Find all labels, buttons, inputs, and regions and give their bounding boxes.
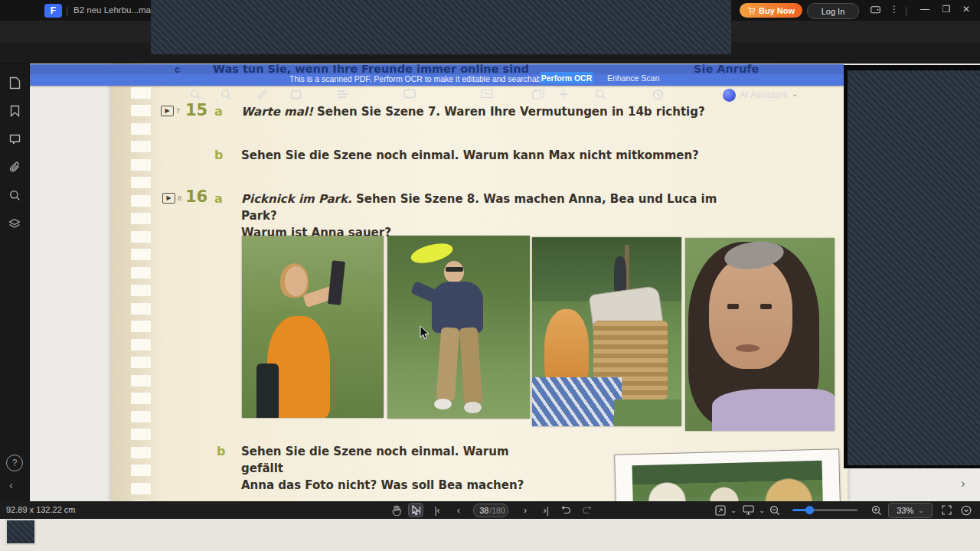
cart-icon (747, 7, 756, 15)
photo-picnic-basket (532, 237, 681, 426)
doc-heading-label: c (175, 64, 180, 75)
zoom-slider[interactable] (792, 509, 858, 511)
highlight-tool-icon[interactable] (290, 89, 302, 100)
bookmarks-icon[interactable] (8, 104, 21, 118)
first-page-button[interactable]: |‹ (430, 504, 444, 517)
photo-woman-taking-picture (242, 236, 384, 418)
collapse-sidebar-chevron-icon[interactable]: ‹ (9, 478, 13, 491)
exercise-15a-letter: a (214, 104, 223, 119)
status-bar: 92.89 x 132.22 cm |‹ ‹ /180 › ›| ⌄ ⌄ (0, 501, 980, 519)
add-page-icon[interactable] (558, 89, 569, 99)
exercise-15a-text: Warte mal! Sehen Sie Szene 7. Waren Ihre… (241, 103, 716, 120)
page-number-box[interactable]: /180 (473, 504, 508, 517)
chevron-down-icon: ⌄ (918, 507, 924, 514)
layers-icon[interactable] (8, 217, 21, 230)
rotate-right-icon[interactable] (580, 504, 593, 517)
exercise-16b-line1: Sehen Sie die Szene noch einmal. Warum g… (241, 445, 509, 475)
doc-heading-fragment-right: Sie Anrufe (694, 63, 759, 75)
rotate-left-icon[interactable] (559, 504, 573, 517)
app-logo-icon: F (44, 4, 62, 18)
enhance-scan-label: Enhance Scan (607, 73, 659, 83)
organize-pages-icon[interactable] (532, 89, 544, 99)
page-number-input[interactable] (476, 506, 488, 515)
zoom-level-dropdown[interactable]: 33% ⌄ (888, 503, 933, 518)
buy-now-button[interactable]: Buy Now (740, 3, 802, 18)
feedback-icon[interactable] (868, 3, 882, 17)
zoom-tool-icon[interactable] (190, 89, 201, 100)
help-glyph: ? (12, 458, 18, 468)
log-in-button[interactable]: Log In (807, 3, 859, 19)
fit-page-icon[interactable] (714, 504, 727, 517)
ai-assistant-icon[interactable] (723, 89, 736, 102)
page-dimensions: 92.89 x 132.22 cm (6, 505, 76, 514)
edit-text-tool-icon[interactable] (337, 89, 349, 99)
exercise-15a-body: Sehen Sie Szene 7. Waren Ihre Vermutunge… (313, 105, 705, 119)
video-badge-15: ▶ 7 (161, 106, 180, 116)
video-play-icon: ▶ (162, 193, 175, 204)
comment-tool-icon[interactable] (403, 89, 416, 99)
perform-ocr-label: Perform OCR (541, 73, 593, 83)
exercise-16b-line2: Anna das Foto nicht? Was soll Bea machen… (241, 478, 524, 492)
spiral-binding-holes (131, 69, 151, 501)
chevron-down-icon[interactable]: ⌄ (792, 90, 798, 98)
close-button[interactable]: ✕ (959, 4, 974, 15)
photo-man-throwing-frisbee (387, 236, 530, 419)
zoom-out-icon[interactable] (768, 504, 782, 517)
exercise-16a-text: Picknick im Park. Sehen Sie Szene 8. Was… (241, 191, 731, 241)
enhance-scan-button[interactable]: Enhance Scan (607, 73, 659, 83)
page-total: /180 (489, 506, 505, 515)
chevron-down-icon[interactable]: ⌄ (727, 504, 740, 517)
exercise-15-number: 15 (185, 101, 207, 119)
restore-button[interactable]: ❐ (939, 4, 954, 15)
video-badge-number: 7 (176, 107, 180, 115)
pdf-page: ▶ 7 15 a Warte mal! Sehen Sie Szene 7. W… (111, 63, 848, 501)
previous-page-button[interactable]: ‹ (452, 504, 466, 517)
minimize-button[interactable]: — (917, 4, 933, 15)
attachments-icon[interactable] (8, 160, 21, 174)
next-page-button[interactable]: › (518, 504, 532, 517)
ocr-notification-bar: c Was tun Sie, wenn Ihre Freunde immer o… (29, 64, 844, 86)
zoom-slider-handle[interactable] (805, 506, 814, 514)
navigation-sidebar: ? ‹ (0, 63, 30, 501)
desktop-background-strip (0, 519, 980, 551)
pen-tool-icon[interactable] (258, 89, 269, 100)
exercise-16a-letter: a (214, 191, 223, 206)
collapse-statusbar-icon[interactable] (959, 504, 973, 517)
expand-right-panel-chevron-icon[interactable]: › (961, 476, 965, 491)
mouse-cursor (420, 325, 430, 341)
zoom-in-icon[interactable] (870, 504, 884, 517)
framed-photo-image (632, 461, 822, 501)
exercise-15b-text: Sehen Sie die Szene noch einmal. Warum k… (241, 147, 716, 164)
ai-assistant-button[interactable]: AI Assistant (740, 90, 788, 100)
video-badge-number: 8 (178, 194, 181, 202)
search-tool-icon[interactable] (595, 89, 606, 100)
chevron-down-icon[interactable]: ⌄ (755, 504, 769, 517)
video-play-icon: ▶ (161, 106, 174, 116)
exercise-16b-letter: b (217, 444, 225, 458)
app-window: F | B2 neu Lehrbu...marked (1).pdf Buy N… (0, 0, 980, 551)
select-tool-icon[interactable] (409, 504, 423, 517)
search-icon[interactable] (8, 188, 21, 202)
exercise-15b-letter: b (214, 148, 223, 162)
buy-now-label: Buy Now (759, 6, 795, 15)
last-page-button[interactable]: ›| (539, 504, 553, 517)
hand-tool-icon[interactable] (390, 504, 403, 517)
more-options-kebab-icon[interactable]: ⋮ (887, 4, 902, 15)
exercise-16-number: 16 (185, 187, 207, 206)
exercise-15a-lead: Warte mal! (241, 105, 313, 119)
fullscreen-icon[interactable] (939, 504, 953, 517)
perform-ocr-button[interactable]: Perform OCR (540, 72, 593, 83)
redacted-region-bottom-left (5, 519, 36, 545)
document-viewport[interactable]: ▶ 7 15 a Warte mal! Sehen Sie Szene 7. W… (29, 63, 980, 501)
page-thumbnails-icon[interactable] (8, 76, 21, 90)
history-tool-icon[interactable] (652, 89, 664, 100)
ocr-message: This is a scanned PDF. Perform OCR to ma… (289, 74, 550, 83)
form-tool-icon[interactable] (481, 89, 493, 99)
page-display-mode-icon[interactable] (741, 504, 755, 517)
magnify-tool-icon[interactable] (220, 89, 232, 100)
video-badge-16: ▶ 8 (162, 193, 181, 204)
help-icon[interactable]: ? (6, 455, 23, 471)
zoom-level-value: 33% (897, 506, 913, 515)
comments-icon[interactable] (8, 132, 21, 146)
redacted-region-top (151, 0, 731, 54)
